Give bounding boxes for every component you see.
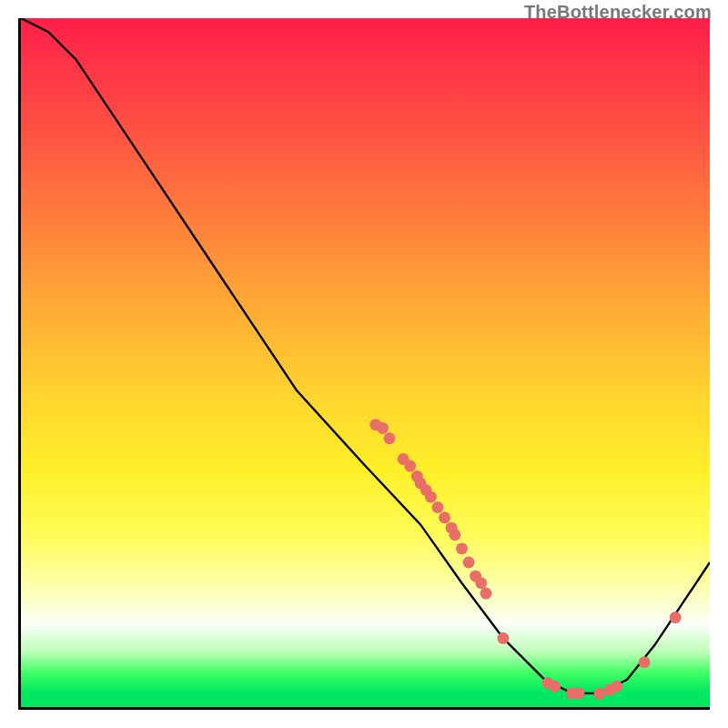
data-point [475,577,487,589]
data-point [456,542,468,554]
data-point [377,422,389,434]
data-point [573,687,585,699]
data-point [404,460,416,472]
data-point [463,557,475,569]
data-point [425,491,437,503]
data-point [432,501,444,513]
data-point [639,656,651,668]
data-point [611,681,622,693]
data-point [497,632,509,644]
plot-area [18,18,710,710]
data-point [549,681,561,693]
data-point [384,432,396,444]
data-point [449,529,460,541]
bottleneck-curve [21,18,710,693]
data-point [670,612,682,623]
data-point [480,588,492,600]
data-point [593,687,605,699]
chart-svg [21,18,710,707]
chart-container: TheBottlenecker.com [0,0,728,728]
data-point [439,511,450,523]
data-points-group [369,419,681,699]
